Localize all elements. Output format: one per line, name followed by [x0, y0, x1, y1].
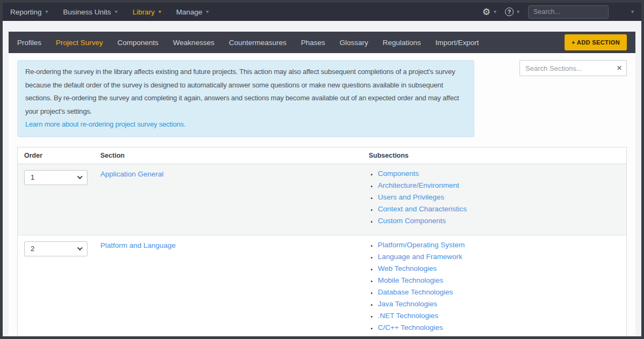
chevron-down-icon: ▾	[206, 9, 209, 14]
topnav-menu-label: Library	[133, 8, 155, 16]
topnav-menu-business-units[interactable]: Business Units▾	[63, 8, 118, 16]
order-cell: 2	[18, 235, 94, 336]
subnav-tabs: ProfilesProject SurveyComponentsWeakness…	[17, 39, 493, 47]
subsection-link-c-c-technologies[interactable]: C/C++ Technologies	[378, 323, 443, 331]
subsections-list: Platform/Operating SystemLanguage and Fr…	[369, 241, 620, 337]
info-row: Re-ordering the survey in the library af…	[17, 60, 627, 137]
subsections-cell: ComponentsArchitecture/EnvironmentUsers …	[362, 164, 627, 235]
subsection-link-architecture-environment[interactable]: Architecture/Environment	[378, 181, 459, 189]
settings-menu[interactable]: ⚙ ▾	[482, 8, 496, 17]
clear-search-icon[interactable]: ×	[617, 63, 622, 73]
topnav-menu-label: Reporting	[10, 8, 42, 16]
subsection-link-database-technologies[interactable]: Database Technologies	[378, 288, 453, 296]
list-item: Architecture/Environment	[378, 182, 620, 189]
search-sections-input[interactable]	[519, 60, 627, 76]
chevron-down-icon: ▾	[517, 9, 519, 14]
user-menu-caret-icon[interactable]: ▾	[631, 9, 634, 14]
help-menu[interactable]: ? ▾	[505, 8, 519, 16]
list-item: Platform/Operating System	[378, 241, 620, 249]
section-cell: Application General	[94, 164, 362, 235]
topnav-menu-reporting[interactable]: Reporting▾	[10, 8, 48, 16]
order-select[interactable]: 2	[24, 241, 87, 256]
chevron-down-icon	[77, 174, 83, 179]
gear-icon: ⚙	[482, 8, 491, 17]
tab-countermeasures[interactable]: Countermeasures	[229, 39, 286, 47]
column-header-order: Order	[18, 147, 94, 164]
chevron-down-icon: ▾	[46, 9, 48, 14]
table-row: 2Platform and LanguagePlatform/Operating…	[18, 235, 627, 336]
list-item: .NET Technologies	[378, 312, 620, 320]
help-icon: ?	[505, 8, 514, 16]
order-select[interactable]: 1	[24, 170, 87, 185]
subsections-list: ComponentsArchitecture/EnvironmentUsers …	[369, 170, 620, 225]
list-item: Web Technologies	[378, 265, 620, 272]
subsection-link-context-and-characteristics[interactable]: Context and Characteristics	[378, 205, 467, 213]
section-link-application-general[interactable]: Application General	[100, 170, 164, 178]
order-select-value: 1	[31, 173, 34, 181]
subsection-link-components[interactable]: Components	[378, 170, 419, 178]
info-banner-link[interactable]: Learn more about re-ordering project sur…	[25, 118, 466, 131]
topnav-right: ⚙ ▾ ? ▾ ▾	[482, 5, 634, 19]
subsection-link-mobile-technologies[interactable]: Mobile Technologies	[378, 276, 443, 284]
list-item: Custom Components	[378, 217, 620, 225]
sections-table: OrderSectionSubsections 1Application Gen…	[17, 147, 627, 337]
chevron-down-icon: ▾	[494, 9, 496, 14]
list-item: Database Technologies	[378, 289, 620, 296]
section-link-platform-and-language[interactable]: Platform and Language	[100, 241, 175, 249]
subsection-link-net-technologies[interactable]: .NET Technologies	[378, 312, 438, 320]
search-sections: ×	[519, 60, 627, 76]
column-header-subsections: Subsections	[362, 147, 627, 164]
global-search-input[interactable]	[528, 5, 609, 19]
chevron-down-icon	[77, 245, 83, 250]
topnav-menu-manage[interactable]: Manage▾	[176, 8, 209, 16]
column-header-section: Section	[94, 147, 362, 164]
order-select-value: 2	[31, 245, 34, 253]
tab-glossary[interactable]: Glossary	[340, 39, 368, 47]
table-row: 1Application GeneralComponentsArchitectu…	[18, 164, 627, 235]
section-cell: Platform and Language	[94, 235, 362, 336]
tab-profiles[interactable]: Profiles	[17, 39, 41, 47]
subsection-link-language-and-framework[interactable]: Language and Framework	[378, 253, 463, 261]
content-card: Re-ordering the survey in the library af…	[9, 53, 635, 336]
list-item: Java Technologies	[378, 300, 620, 308]
subsections-cell: Platform/Operating SystemLanguage and Fr…	[362, 235, 627, 336]
list-item: Users and Privileges	[378, 194, 620, 201]
add-section-button[interactable]: + ADD SECTION	[565, 34, 627, 50]
library-subnav: ProfilesProject SurveyComponentsWeakness…	[9, 32, 635, 53]
tab-phases[interactable]: Phases	[301, 39, 325, 47]
subsection-link-platform-operating-system[interactable]: Platform/Operating System	[378, 241, 465, 249]
topnav-menus: Reporting▾Business Units▾Library▾Manage▾	[10, 8, 224, 16]
info-banner: Re-ordering the survey in the library af…	[17, 60, 474, 137]
tab-components[interactable]: Components	[118, 39, 159, 47]
chevron-down-icon: ▾	[158, 9, 161, 14]
list-item: Context and Characteristics	[378, 205, 620, 213]
subsection-link-custom-components[interactable]: Custom Components	[378, 217, 446, 225]
tab-regulations[interactable]: Regulations	[383, 39, 421, 47]
list-item: Language and Framework	[378, 253, 620, 261]
order-cell: 1	[18, 164, 94, 235]
list-item: Data Formats	[378, 336, 620, 337]
info-banner-text: Re-ordering the survey in the library af…	[25, 68, 459, 115]
app-window: Reporting▾Business Units▾Library▾Manage▾…	[0, 0, 644, 339]
tab-weaknesses[interactable]: Weaknesses	[173, 39, 214, 47]
topnav-menu-library[interactable]: Library▾	[133, 8, 161, 16]
tab-import-export[interactable]: Import/Export	[435, 39, 479, 47]
topnav-menu-label: Business Units	[63, 8, 111, 16]
table-header-row: OrderSectionSubsections	[18, 147, 627, 164]
subsection-link-web-technologies[interactable]: Web Technologies	[378, 264, 437, 272]
list-item: Components	[378, 170, 620, 178]
chevron-down-icon: ▾	[115, 9, 118, 14]
top-navigation: Reporting▾Business Units▾Library▾Manage▾…	[3, 3, 641, 21]
list-item: C/C++ Technologies	[378, 324, 620, 331]
subsection-link-data-formats[interactable]: Data Formats	[378, 335, 422, 337]
subsection-link-java-technologies[interactable]: Java Technologies	[378, 300, 437, 308]
topnav-menu-label: Manage	[176, 8, 202, 16]
tab-project-survey[interactable]: Project Survey	[56, 39, 103, 47]
list-item: Mobile Technologies	[378, 277, 620, 284]
subsection-link-users-and-privileges[interactable]: Users and Privileges	[378, 193, 444, 201]
